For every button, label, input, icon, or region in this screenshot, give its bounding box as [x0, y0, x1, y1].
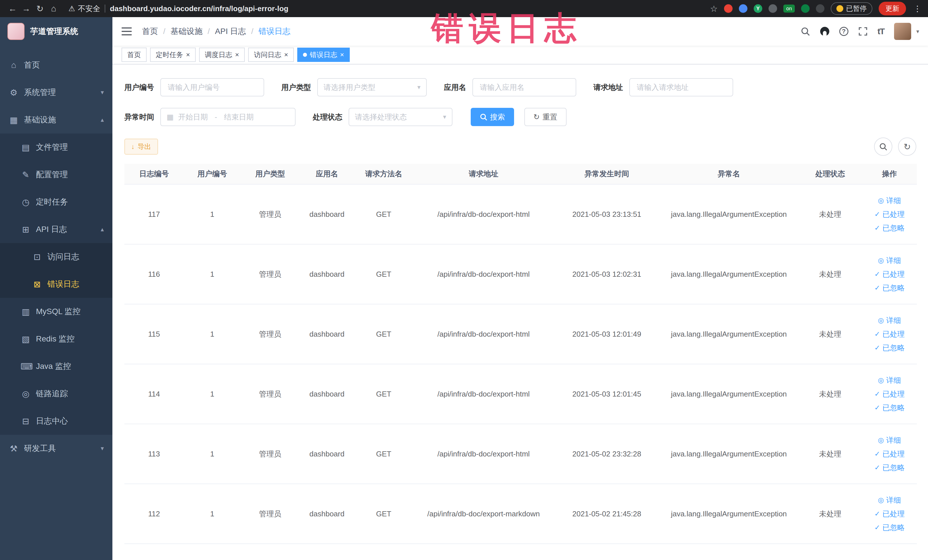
tag-error-log[interactable]: 错误日志 × — [297, 48, 350, 62]
filter-exception-time: 异常时间 ▦ 开始日期 - 结束日期 — [124, 108, 296, 126]
processed-link[interactable]: ✓ 已处理 — [864, 387, 914, 401]
extension-icon[interactable] — [801, 4, 810, 13]
status-select[interactable]: 请选择处理状态 ▾ — [349, 108, 452, 126]
sidebar-item-home[interactable]: ⌂ 首页 — [0, 51, 112, 79]
extension-icon[interactable]: Y — [754, 4, 762, 13]
breadcrumb-home[interactable]: 首页 — [142, 26, 158, 37]
reload-icon[interactable]: ↻ — [33, 2, 47, 15]
export-button[interactable]: ↓ 导出 — [124, 139, 158, 155]
sidebar-item-log-center[interactable]: ⊟ 日志中心 — [0, 407, 112, 435]
hide-search-button[interactable] — [874, 137, 892, 156]
cell-status: 未处理 — [798, 484, 862, 544]
detail-link[interactable]: ◎ 详细 — [864, 374, 914, 387]
sidebar-item-java-monitor[interactable]: ⌨ Java 监控 — [0, 352, 112, 380]
processed-link[interactable]: ✓ 已处理 — [864, 447, 914, 461]
status-label: 处理状态 — [313, 112, 342, 122]
user-id-input[interactable] — [160, 78, 264, 96]
tag-schedule-log[interactable]: 调度日志 × — [199, 48, 245, 62]
extension-icon[interactable] — [769, 4, 777, 13]
ignored-link[interactable]: ✓ 已忽略 — [864, 520, 914, 534]
tag-scheduled-tasks[interactable]: 定时任务 × — [150, 48, 196, 62]
sidebar-item-infrastructure[interactable]: ▦ 基础设施 ▴ — [0, 106, 112, 134]
address-bar[interactable]: ⚠ 不安全 dashboard.yudao.iocoder.cn/infra/l… — [64, 4, 703, 14]
home-icon[interactable]: ⌂ — [47, 2, 61, 15]
detail-link[interactable]: ◎ 详细 — [864, 433, 914, 447]
detail-link[interactable]: ◎ 详细 — [864, 194, 914, 208]
detail-link[interactable]: ◎ 详细 — [864, 314, 914, 327]
caret-down-icon[interactable]: ▾ — [916, 28, 919, 35]
reset-button[interactable]: ↻ 重置 — [524, 108, 566, 126]
extension-icon[interactable] — [739, 4, 748, 13]
processed-link[interactable]: ✓ 已处理 — [864, 208, 914, 221]
tag-access-log[interactable]: 访问日志 × — [248, 48, 294, 62]
browser-menu-icon[interactable]: ⋮ — [912, 4, 923, 14]
processed-link[interactable]: ✓ 已处理 — [864, 507, 914, 520]
sidebar-item-scheduled-tasks[interactable]: ◷ 定时任务 — [0, 188, 112, 216]
cell-user-type: 管理员 — [241, 484, 299, 544]
detail-link[interactable]: ◎ 详细 — [864, 493, 914, 507]
user-avatar[interactable] — [894, 23, 911, 40]
detail-link[interactable]: ◎ 详细 — [864, 253, 914, 267]
sidebar-item-redis-monitor[interactable]: ▧ Redis 监控 — [0, 325, 112, 352]
sidebar-item-system-management[interactable]: ⚙ 系统管理 ▾ — [0, 79, 112, 106]
date-range-picker[interactable]: ▦ 开始日期 - 结束日期 — [160, 108, 296, 126]
forward-icon[interactable]: → — [20, 2, 33, 15]
extension-icon[interactable] — [724, 4, 733, 13]
sidebar-item-config-management[interactable]: ✎ 配置管理 — [0, 161, 112, 188]
breadcrumb-infrastructure[interactable]: 基础设施 — [171, 26, 203, 37]
cell-method: GET — [354, 304, 413, 364]
cell-exception-time: 2021-05-03 23:13:51 — [554, 184, 659, 244]
cell-exception-name: java.lang.IllegalArgumentException — [659, 424, 798, 484]
ignored-link[interactable]: ✓ 已忽略 — [864, 281, 914, 295]
close-icon[interactable]: × — [235, 51, 239, 59]
breadcrumb-api-logs[interactable]: API 日志 — [215, 26, 246, 37]
app-name-input[interactable] — [472, 78, 576, 96]
close-icon[interactable]: × — [340, 51, 344, 59]
sidebar-item-access-log[interactable]: ⊡ 访问日志 — [0, 243, 112, 270]
ignored-link-label: 已忽略 — [882, 221, 905, 235]
help-icon[interactable]: ? — [839, 27, 849, 36]
detail-link-label: 详细 — [886, 314, 901, 327]
cell-actions: ◎ 详细 ✓ 已处理 ✓ 已忽略 — [862, 184, 917, 244]
cell-actions: ◎ 详细 ✓ 已处理 ✓ 已忽略 — [862, 424, 917, 484]
close-icon[interactable]: × — [284, 51, 288, 59]
ignored-link[interactable]: ✓ 已忽略 — [864, 461, 914, 475]
ignored-link[interactable]: ✓ 已忽略 — [864, 221, 914, 235]
security-status[interactable]: ⚠ 不安全 — [69, 4, 100, 14]
sidebar-item-link-tracing[interactable]: ◎ 链路追踪 — [0, 380, 112, 407]
extension-badge[interactable]: on — [783, 5, 795, 12]
tag-label: 调度日志 — [205, 50, 232, 60]
ignored-link[interactable]: ✓ 已忽略 — [864, 341, 914, 355]
hamburger-icon[interactable] — [122, 27, 132, 35]
sidebar-item-mysql-monitor[interactable]: ▥ MySQL 监控 — [0, 298, 112, 325]
cell-exception-time: 2021-05-03 12:02:31 — [554, 244, 659, 304]
fullscreen-icon[interactable] — [858, 26, 868, 36]
eye-icon: ◎ — [878, 253, 884, 267]
close-icon[interactable]: × — [186, 51, 190, 59]
check-icon: ✓ — [875, 401, 880, 415]
sidebar-item-dev-tools[interactable]: ⚒ 研发工具 ▾ — [0, 435, 112, 462]
tag-home[interactable]: 首页 — [122, 48, 147, 62]
request-url-input[interactable] — [629, 78, 733, 96]
sidebar-item-api-logs[interactable]: ⊞ API 日志 ▴ — [0, 216, 112, 243]
paused-extension-pill[interactable]: 已暂停 — [831, 2, 872, 15]
update-browser-button[interactable]: 更新 — [879, 2, 906, 15]
user-type-select[interactable]: 请选择用户类型 ▾ — [317, 78, 427, 96]
bookmark-star-icon[interactable]: ☆ — [710, 4, 718, 14]
processed-link[interactable]: ✓ 已处理 — [864, 327, 914, 341]
exception-time-label: 异常时间 — [124, 112, 154, 122]
extension-icon[interactable] — [816, 4, 824, 13]
back-icon[interactable]: ← — [6, 2, 20, 15]
github-icon[interactable] — [820, 26, 830, 36]
detail-link-label: 详细 — [886, 374, 901, 387]
search-icon[interactable] — [800, 26, 810, 36]
sidebar-item-error-log[interactable]: ⊠ 错误日志 — [0, 270, 112, 298]
search-button[interactable]: 搜索 — [471, 108, 514, 126]
cell-actions: ◎ 详细 ✓ 已处理 ✓ 已忽略 — [862, 304, 917, 364]
processed-link[interactable]: ✓ 已处理 — [864, 267, 914, 281]
sidebar-item-file-management[interactable]: ▤ 文件管理 — [0, 134, 112, 161]
url-text[interactable]: dashboard.yudao.iocoder.cn/infra/log/api… — [110, 4, 288, 13]
ignored-link[interactable]: ✓ 已忽略 — [864, 401, 914, 415]
font-size-icon[interactable]: tT — [878, 26, 884, 36]
refresh-table-button[interactable]: ↻ — [898, 137, 916, 156]
